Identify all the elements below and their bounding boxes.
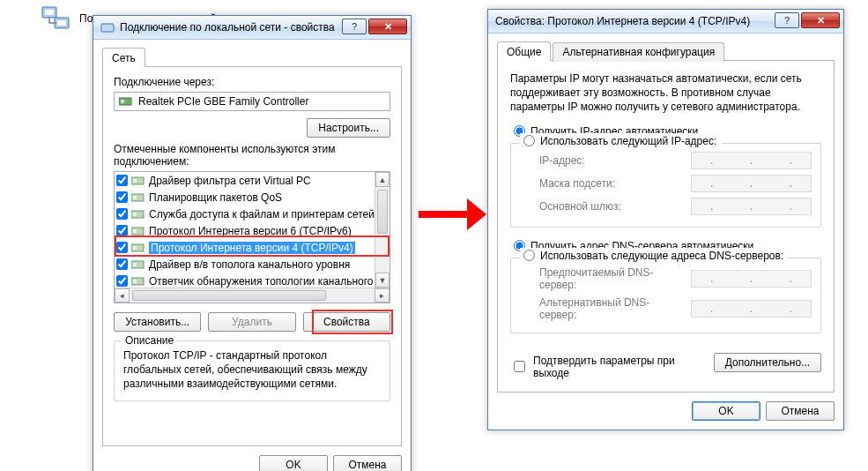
gateway-label: Основной шлюз: bbox=[539, 200, 684, 213]
svg-rect-16 bbox=[133, 246, 137, 250]
component-checkbox[interactable] bbox=[116, 275, 128, 287]
scrollbar-horizontal[interactable]: ◂ ▸ bbox=[115, 288, 389, 303]
component-label: Драйвер фильтра сети Virtual PC bbox=[149, 175, 311, 187]
tab-network[interactable]: Сеть bbox=[102, 48, 145, 67]
subnet-mask-field: ... bbox=[691, 175, 812, 192]
ip-manual-radio[interactable] bbox=[523, 135, 535, 146]
component-label: Служба доступа к файлам и принтерам сете… bbox=[149, 208, 375, 221]
install-button[interactable]: Установить... bbox=[114, 312, 201, 332]
svg-rect-6 bbox=[121, 100, 124, 103]
component-label: Протокол Интернета версии 4 (TCP/IPv4) bbox=[149, 242, 355, 254]
dns-alt-field: ... bbox=[691, 300, 812, 318]
scroll-thumb-h[interactable] bbox=[132, 290, 326, 301]
protocol-icon bbox=[131, 175, 145, 187]
component-label: Планировщик пакетов QoS bbox=[149, 191, 282, 204]
svg-rect-1 bbox=[45, 10, 54, 15]
component-item[interactable]: Протокол Интернета версии 4 (TCP/IPv4) bbox=[115, 239, 375, 256]
dns-preferred-field: ... bbox=[691, 270, 812, 288]
ip-address-field: ... bbox=[691, 152, 812, 169]
window-title: Подключение по локальной сети - свойства bbox=[120, 21, 340, 34]
advanced-button[interactable]: Дополнительно... bbox=[714, 353, 821, 372]
titlebar[interactable]: Свойства: Протокол Интернета версии 4 (T… bbox=[488, 10, 843, 34]
svg-rect-12 bbox=[133, 213, 137, 216]
svg-rect-8 bbox=[133, 179, 137, 183]
protocol-icon bbox=[131, 258, 145, 271]
help-button[interactable]: ? bbox=[342, 19, 367, 34]
component-checkbox[interactable] bbox=[116, 225, 128, 236]
network-adapter-icon bbox=[41, 4, 74, 34]
svg-rect-10 bbox=[133, 196, 137, 199]
dns-manual-radio-row[interactable]: Использовать следующие адреса DNS-сервер… bbox=[520, 248, 789, 264]
dns-manual-radio[interactable] bbox=[523, 250, 535, 261]
component-checkbox[interactable] bbox=[116, 175, 128, 186]
component-label: Драйвер в/в тополога канального уровня bbox=[149, 258, 350, 271]
adapter-name: Realtek PCIe GBE Family Controller bbox=[138, 95, 308, 108]
protocol-icon bbox=[131, 225, 145, 237]
validate-on-exit-row[interactable]: Подтвердить параметры при выходе bbox=[510, 355, 714, 379]
svg-rect-18 bbox=[133, 263, 137, 266]
component-item[interactable]: Протокол Интернета версии 6 (TCP/IPv6) bbox=[115, 222, 375, 239]
description-group-label: Описание bbox=[122, 334, 177, 347]
intro-text: Параметры IP могут назначаться автоматич… bbox=[510, 71, 821, 115]
components-list[interactable]: Драйвер фильтра сети Virtual PCПланировщ… bbox=[114, 171, 390, 303]
scroll-up-icon[interactable]: ▲ bbox=[375, 172, 389, 187]
tab-alt-config[interactable]: Альтернативная конфигурация bbox=[553, 42, 724, 62]
protocol-icon bbox=[131, 275, 145, 288]
description-text: Протокол TCP/IP - стандартный протокол г… bbox=[123, 348, 381, 392]
protocol-icon bbox=[131, 208, 145, 221]
dns-alt-label: Альтернативный DNS-сервер: bbox=[539, 296, 684, 321]
component-checkbox[interactable] bbox=[116, 258, 128, 270]
gateway-field: ... bbox=[691, 198, 812, 215]
component-label: Протокол Интернета версии 6 (TCP/IPv6) bbox=[149, 225, 352, 237]
ok-button[interactable]: OK bbox=[692, 401, 760, 421]
tabs: Общие Альтернативная конфигурация bbox=[497, 41, 835, 61]
component-label: Ответчик обнаружения топологии канальног… bbox=[149, 275, 375, 288]
adapter-field[interactable]: Realtek PCIe GBE Family Controller bbox=[114, 92, 390, 111]
cancel-button[interactable]: Отмена bbox=[333, 455, 402, 471]
svg-rect-4 bbox=[101, 24, 114, 32]
close-button[interactable]: ✕ bbox=[368, 19, 407, 34]
annotation-arrow-icon bbox=[419, 198, 486, 230]
nic-icon bbox=[119, 96, 133, 107]
cancel-button[interactable]: Отмена bbox=[766, 401, 835, 421]
scroll-down-icon[interactable]: ▼ bbox=[375, 273, 389, 288]
window-title: Свойства: Протокол Интернета версии 4 (T… bbox=[495, 15, 773, 27]
window-icon bbox=[100, 21, 115, 34]
component-item[interactable]: Ответчик обнаружения топологии канальног… bbox=[115, 273, 375, 288]
ip-manual-label: Использовать следующий IP-адрес: bbox=[540, 135, 716, 147]
svg-rect-20 bbox=[133, 280, 137, 283]
protocol-icon bbox=[131, 242, 145, 254]
configure-button[interactable]: Настроить... bbox=[307, 118, 390, 138]
lan-properties-window: Подключение по локальной сети - свойства… bbox=[93, 15, 412, 471]
component-item[interactable]: Служба доступа к файлам и принтерам сете… bbox=[115, 206, 375, 222]
uninstall-button[interactable]: Удалить bbox=[208, 312, 295, 332]
connect-using-label: Подключение через: bbox=[114, 76, 390, 88]
validate-on-exit-label: Подтвердить параметры при выходе bbox=[533, 355, 714, 379]
component-item[interactable]: Драйвер фильтра сети Virtual PC bbox=[115, 172, 375, 189]
scroll-left-icon[interactable]: ◂ bbox=[115, 288, 130, 303]
dns-manual-label: Использовать следующие адреса DNS-сервер… bbox=[540, 250, 783, 262]
component-checkbox[interactable] bbox=[116, 191, 128, 203]
scroll-right-icon[interactable]: ▸ bbox=[375, 288, 389, 303]
component-item[interactable]: Драйвер в/в тополога канального уровня bbox=[115, 256, 375, 273]
component-item[interactable]: Планировщик пакетов QoS bbox=[115, 189, 375, 206]
protocol-icon bbox=[131, 191, 145, 204]
component-checkbox[interactable] bbox=[116, 242, 128, 253]
tabs: Сеть bbox=[102, 47, 402, 67]
properties-button[interactable]: Свойства bbox=[303, 312, 390, 332]
scrollbar-vertical[interactable]: ▲ ▼ bbox=[375, 172, 389, 288]
component-checkbox[interactable] bbox=[116, 208, 128, 220]
help-button[interactable]: ? bbox=[775, 12, 799, 28]
validate-on-exit-checkbox[interactable] bbox=[514, 361, 525, 372]
svg-rect-3 bbox=[57, 20, 66, 26]
ok-button[interactable]: OK bbox=[259, 455, 328, 471]
close-button[interactable]: ✕ bbox=[801, 12, 840, 28]
ip-address-label: IP-адрес: bbox=[539, 154, 684, 167]
components-label: Отмеченные компоненты используются этим … bbox=[114, 143, 390, 168]
scroll-thumb[interactable] bbox=[377, 190, 388, 234]
ip-manual-radio-row[interactable]: Использовать следующий IP-адрес: bbox=[520, 133, 722, 149]
ipv4-properties-window: Свойства: Протокол Интернета версии 4 (T… bbox=[487, 9, 844, 430]
tab-general[interactable]: Общие bbox=[497, 41, 551, 61]
subnet-mask-label: Маска подсети: bbox=[539, 177, 684, 190]
titlebar[interactable]: Подключение по локальной сети - свойства… bbox=[93, 16, 411, 40]
